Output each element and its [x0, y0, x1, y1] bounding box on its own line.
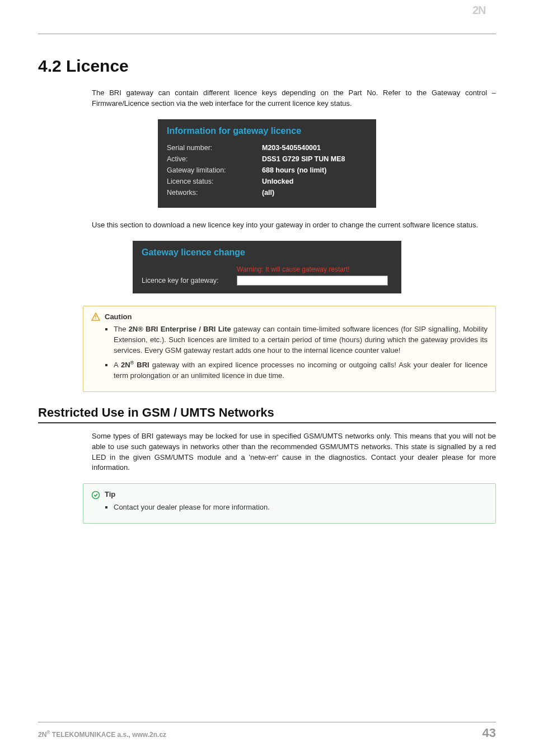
info-row: Serial number: M203-5405540001 — [167, 144, 367, 152]
svg-rect-3 — [95, 318, 96, 319]
tip-callout: Tip Contact your dealer please for more … — [83, 483, 496, 524]
tip-title: Tip — [105, 489, 115, 500]
info-row: Licence status: Unlocked — [167, 178, 367, 185]
restart-warning-text: Warning: It will cause gateway restart! — [237, 265, 392, 273]
info-label: Active: — [167, 155, 262, 163]
licence-change-panel: Gateway licence change Warning: It will … — [133, 241, 401, 293]
info-row: Active: DSS1 G729 SIP TUN ME8 — [167, 155, 367, 163]
warning-triangle-icon — [91, 312, 100, 321]
change-panel-title: Gateway licence change — [142, 248, 392, 258]
footer-left: 2N® TELEKOMUNIKACE a.s., www.2n.cz — [38, 730, 166, 739]
info-value: DSS1 G729 SIP TUN ME8 — [262, 155, 345, 163]
brand-logo: 2N — [472, 3, 497, 19]
caution-title: Caution — [105, 312, 132, 323]
info-value: Unlocked — [262, 178, 293, 185]
page-footer: 2N® TELEKOMUNIKACE a.s., www.2n.cz 43 — [38, 722, 496, 740]
subsection-heading: Restricted Use in GSM / UMTS Networks — [38, 405, 496, 420]
info-value: 688 hours (no limit) — [262, 166, 326, 174]
info-row: Gateway limitation: 688 hours (no limit) — [167, 166, 367, 174]
info-panel-title: Information for gateway licence — [167, 126, 367, 136]
mid-paragraph: Use this section to download a new licen… — [92, 220, 496, 231]
check-circle-icon — [91, 491, 100, 500]
intro-paragraph: The BRI gateway can contain different li… — [92, 88, 496, 109]
section-heading: 4.2 Licence — [38, 57, 496, 76]
info-row: Networks: (all) — [167, 189, 367, 197]
header-rule — [38, 34, 496, 34]
info-value: M203-5405540001 — [262, 144, 321, 152]
licence-key-input[interactable] — [237, 276, 388, 286]
caution-item: The 2N® BRI Enterprise / BRI Lite gatewa… — [114, 324, 488, 356]
sub-paragraph: Some types of BRI gateways may be locked… — [92, 431, 496, 473]
svg-rect-2 — [95, 315, 96, 318]
info-label: Licence status: — [167, 178, 262, 185]
page-number: 43 — [483, 726, 496, 740]
caution-item: A 2N® BRI gateway with an expired licenc… — [114, 360, 488, 381]
info-label: Gateway limitation: — [167, 166, 262, 174]
info-value: (all) — [262, 189, 274, 197]
info-licence-panel: Information for gateway licence Serial n… — [158, 119, 376, 208]
info-label: Networks: — [167, 189, 262, 197]
subsection-rule — [38, 422, 496, 423]
caution-callout: Caution The 2N® BRI Enterprise / BRI Lit… — [83, 306, 496, 392]
logo-text: 2N — [472, 4, 486, 16]
licence-key-label: Licence key for gateway: — [142, 277, 237, 284]
tip-item: Contact your dealer please for more info… — [114, 502, 488, 513]
info-label: Serial number: — [167, 144, 262, 152]
